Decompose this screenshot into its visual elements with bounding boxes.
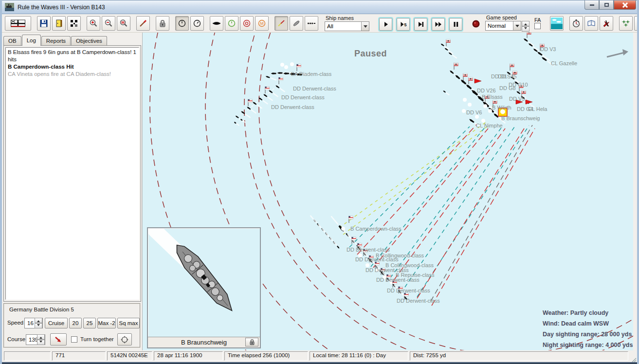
german-ensign-flag-icon	[446, 39, 451, 46]
game-speed-field: Game speed Normal	[485, 15, 529, 32]
german-ensign-flag-icon	[463, 73, 468, 80]
air-formations-button[interactable]	[619, 16, 633, 31]
ship-label: DD V3	[540, 46, 556, 52]
spin-up-icon[interactable]	[522, 21, 529, 26]
game-speed-select[interactable]: Normal	[485, 21, 521, 31]
course-input[interactable]: 139	[26, 334, 45, 345]
speed-preset-cruise[interactable]: Cruise	[45, 318, 68, 328]
zoom-out-far-button[interactable]	[117, 16, 130, 31]
chevron-down-icon[interactable]	[361, 22, 369, 31]
window-title: Rule the Waves III - Version B143	[18, 4, 105, 11]
ship-label: DD Derwent-class	[347, 247, 390, 253]
play-5-button[interactable]: 5	[397, 18, 410, 31]
time-marker-short-button[interactable]	[175, 16, 189, 31]
german-ensign-flag-icon	[469, 77, 473, 84]
ship-label: DD V26	[477, 88, 496, 93]
chevron-down-icon[interactable]	[513, 21, 521, 30]
status-bar: 7715142N 00245E28 apr 11:16 1900Time ela…	[2, 350, 637, 362]
play-5-icon: 5	[399, 20, 408, 29]
paint-button[interactable]	[136, 16, 150, 31]
inset-lock-button[interactable]	[245, 338, 258, 346]
tab-log[interactable]: Log	[22, 35, 41, 46]
torpedo-tracks-button[interactable]	[290, 16, 303, 31]
air-strikes-button[interactable]	[600, 16, 613, 31]
speed-preset-20[interactable]: 20	[69, 318, 82, 328]
zoom-in-button[interactable]	[87, 16, 100, 31]
ship-marker	[443, 90, 450, 95]
turn-together-checkbox[interactable]	[71, 336, 77, 343]
battle-map[interactable]: CA Diadem-classDD Derwent-classDD Derwen…	[142, 33, 633, 350]
smoke-puff	[463, 98, 467, 102]
speed-preset-25[interactable]: 25	[83, 318, 96, 328]
ship-marker	[234, 122, 239, 127]
air-formations-icon	[621, 19, 630, 28]
log-panel: B Elsass fires 9 6in guns at B Camperdow…	[3, 45, 141, 302]
play-to-event-button[interactable]	[414, 18, 427, 31]
fast-forward-button[interactable]	[432, 18, 445, 31]
game-speed-stepper[interactable]	[522, 21, 529, 32]
ship-label: DD V6	[466, 109, 482, 115]
tab-ob[interactable]: OB	[3, 36, 21, 46]
time-accel-icon	[572, 19, 581, 28]
play-button[interactable]	[379, 18, 392, 31]
battle-log[interactable]: B Elsass fires 9 6in guns at B Camperdow…	[5, 47, 139, 300]
speed-stepper[interactable]	[35, 318, 42, 328]
german-ensign-flag-icon	[510, 64, 514, 71]
tab-objectives[interactable]: Objectives	[71, 36, 107, 46]
zoom-in-icon	[89, 19, 98, 28]
pause-button[interactable]	[449, 18, 462, 31]
smoke-puff	[365, 263, 369, 267]
range-circle-m-button[interactable]: M	[255, 16, 269, 31]
status-cell-4: Time elapsed 256 (1000)	[224, 351, 308, 361]
toolbar: M Ship names All 5 Game speed Normal	[2, 14, 637, 33]
range-circle-red-button[interactable]	[240, 16, 254, 31]
ship-marker	[240, 110, 251, 118]
zoom-out-button[interactable]	[102, 16, 115, 31]
smoke-puff	[280, 63, 284, 67]
compass-button[interactable]	[117, 333, 132, 346]
shell-tracer-button[interactable]	[274, 16, 288, 31]
game-speed-indicator-icon	[472, 19, 480, 30]
weather-view-icon	[551, 18, 563, 29]
window-bottom-border	[0, 362, 639, 364]
smoke-puff	[341, 227, 345, 231]
rules-book-button[interactable]	[584, 16, 598, 31]
random-encounter-button[interactable]	[67, 16, 81, 31]
air-patrol-button[interactable]	[634, 16, 639, 31]
svg-text:M: M	[260, 21, 263, 26]
range-arc	[259, 33, 633, 350]
time-accel-button[interactable]	[569, 16, 583, 31]
minimize-button[interactable]	[584, 0, 599, 10]
speed-preset-max--2[interactable]: Max -2	[97, 318, 116, 328]
save-button[interactable]	[37, 16, 51, 31]
set-course-button[interactable]	[50, 333, 67, 346]
minimize-icon	[590, 4, 594, 6]
tab-reports[interactable]: Reports	[41, 36, 71, 46]
air-strikes-icon	[602, 19, 611, 28]
ship-marker	[265, 75, 276, 81]
lock-view-button[interactable]	[156, 16, 169, 31]
speed-input[interactable]: 16	[24, 318, 43, 328]
ship-label: DD Derwent-class	[355, 256, 399, 262]
maximize-button[interactable]	[599, 0, 614, 10]
range-circle-green-button[interactable]	[225, 16, 238, 31]
close-button[interactable]	[614, 0, 636, 10]
lock-view-icon	[158, 19, 167, 28]
dotted-tracks-button[interactable]	[305, 16, 318, 31]
white-ensign-flag-icon	[265, 87, 270, 93]
ship-marker-button[interactable]	[210, 16, 223, 31]
ship-marker	[537, 51, 550, 61]
course-stepper[interactable]	[37, 334, 45, 345]
weather-view-button[interactable]	[550, 16, 564, 31]
speed-preset-sq-max[interactable]: Sq max	[117, 318, 140, 328]
wind-arrow-head	[622, 49, 628, 55]
title-bar[interactable]: Rule the Waves III - Version B143	[0, 0, 639, 14]
spin-down-icon[interactable]	[522, 26, 529, 32]
time-marker-long-button[interactable]	[190, 16, 204, 31]
ship-names-select[interactable]: All	[325, 21, 369, 31]
app-window: Rule the Waves III - Version B143 M Ship…	[0, 0, 639, 364]
gunfire-line	[371, 127, 485, 267]
fa-checkbox[interactable]	[534, 23, 541, 29]
german-ensign-flag-button[interactable]	[5, 16, 31, 31]
exit-button[interactable]	[52, 16, 66, 31]
